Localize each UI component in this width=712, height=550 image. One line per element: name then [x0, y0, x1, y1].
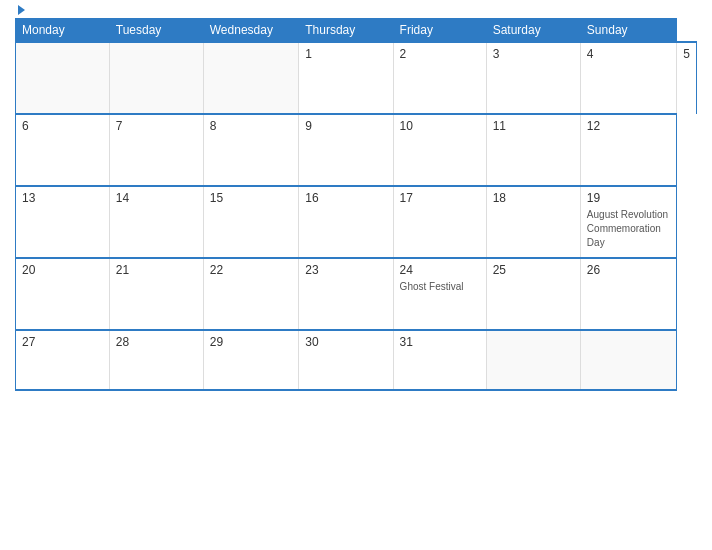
- day-number: 16: [305, 191, 386, 205]
- calendar-cell: 19August Revolution Commemoration Day: [580, 186, 676, 258]
- calendar-cell: 13: [16, 186, 110, 258]
- day-number: 22: [210, 263, 292, 277]
- calendar-cell: 26: [580, 258, 676, 330]
- weekday-header: Wednesday: [203, 19, 298, 43]
- logo-blue-text: [15, 5, 25, 15]
- logo: [15, 5, 25, 15]
- event-label: Ghost Festival: [400, 281, 464, 292]
- calendar-cell: 7: [109, 114, 203, 186]
- day-number: 30: [305, 335, 386, 349]
- day-number: 15: [210, 191, 292, 205]
- calendar-cell: [486, 330, 580, 390]
- calendar-cell: 27: [16, 330, 110, 390]
- calendar-cell: 18: [486, 186, 580, 258]
- logo-triangle-icon: [18, 5, 25, 15]
- day-number: 13: [22, 191, 103, 205]
- calendar-cell: 21: [109, 258, 203, 330]
- calendar-cell: 2: [393, 42, 486, 114]
- day-number: 25: [493, 263, 574, 277]
- calendar-cell: 6: [16, 114, 110, 186]
- day-number: 19: [587, 191, 670, 205]
- calendar-cell: 20: [16, 258, 110, 330]
- weekday-header: Sunday: [580, 19, 676, 43]
- day-number: 29: [210, 335, 292, 349]
- calendar-cell: 31: [393, 330, 486, 390]
- calendar-cell: 24Ghost Festival: [393, 258, 486, 330]
- day-number: 21: [116, 263, 197, 277]
- calendar-row: 2728293031: [16, 330, 697, 390]
- day-number: 14: [116, 191, 197, 205]
- calendar-cell: 15: [203, 186, 298, 258]
- day-number: 12: [587, 119, 670, 133]
- calendar-cell: 23: [299, 258, 393, 330]
- day-number: 23: [305, 263, 386, 277]
- day-number: 27: [22, 335, 103, 349]
- calendar-cell: 8: [203, 114, 298, 186]
- calendar-cell: 14: [109, 186, 203, 258]
- day-number: 1: [305, 47, 386, 61]
- weekday-header: Friday: [393, 19, 486, 43]
- event-label: August Revolution Commemoration Day: [587, 209, 668, 248]
- day-number: 5: [683, 47, 690, 61]
- calendar-row: 6789101112: [16, 114, 697, 186]
- calendar-cell: 4: [580, 42, 676, 114]
- day-number: 18: [493, 191, 574, 205]
- weekday-header: Saturday: [486, 19, 580, 43]
- calendar-cell: 12: [580, 114, 676, 186]
- calendar-row: 2021222324Ghost Festival2526: [16, 258, 697, 330]
- calendar-cell: 1: [299, 42, 393, 114]
- weekday-header: Tuesday: [109, 19, 203, 43]
- day-number: 6: [22, 119, 103, 133]
- day-number: 7: [116, 119, 197, 133]
- day-number: 4: [587, 47, 670, 61]
- calendar-cell: 30: [299, 330, 393, 390]
- calendar-cell: 17: [393, 186, 486, 258]
- weekday-header: Monday: [16, 19, 110, 43]
- calendar-cell: 16: [299, 186, 393, 258]
- day-number: 28: [116, 335, 197, 349]
- weekday-header: Thursday: [299, 19, 393, 43]
- calendar-cell: 28: [109, 330, 203, 390]
- day-number: 9: [305, 119, 386, 133]
- calendar-cell: 29: [203, 330, 298, 390]
- calendar-cell: 11: [486, 114, 580, 186]
- day-number: 24: [400, 263, 480, 277]
- calendar-header-row: MondayTuesdayWednesdayThursdayFridaySatu…: [16, 19, 697, 43]
- calendar-cell: 5: [677, 42, 697, 114]
- calendar-cell: 9: [299, 114, 393, 186]
- calendar-row: 13141516171819August Revolution Commemor…: [16, 186, 697, 258]
- calendar-cell: 10: [393, 114, 486, 186]
- calendar-cell: [580, 330, 676, 390]
- day-number: 11: [493, 119, 574, 133]
- day-number: 8: [210, 119, 292, 133]
- day-number: 10: [400, 119, 480, 133]
- day-number: 17: [400, 191, 480, 205]
- calendar-cell: 3: [486, 42, 580, 114]
- day-number: 2: [400, 47, 480, 61]
- day-number: 3: [493, 47, 574, 61]
- calendar-cell: [109, 42, 203, 114]
- calendar-table: MondayTuesdayWednesdayThursdayFridaySatu…: [15, 18, 697, 391]
- calendar-page: MondayTuesdayWednesdayThursdayFridaySatu…: [0, 0, 712, 550]
- calendar-row: 12345: [16, 42, 697, 114]
- calendar-cell: 22: [203, 258, 298, 330]
- calendar-cell: 25: [486, 258, 580, 330]
- calendar-cell: [203, 42, 298, 114]
- calendar-cell: [16, 42, 110, 114]
- calendar-body: 12345678910111213141516171819August Revo…: [16, 42, 697, 390]
- day-number: 26: [587, 263, 670, 277]
- day-number: 31: [400, 335, 480, 349]
- day-number: 20: [22, 263, 103, 277]
